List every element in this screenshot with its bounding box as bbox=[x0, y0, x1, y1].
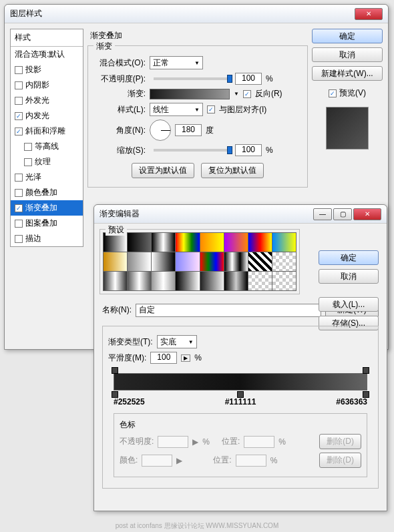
angle-control[interactable] bbox=[150, 119, 171, 141]
style-item-label: 外发光 bbox=[25, 95, 49, 106]
preset-swatch[interactable] bbox=[200, 272, 224, 290]
ok-button[interactable]: 确定 bbox=[312, 29, 383, 43]
set-default-button[interactable]: 设置为默认值 bbox=[132, 163, 194, 178]
align-checkbox[interactable] bbox=[207, 105, 215, 113]
preset-grid bbox=[103, 232, 297, 291]
grad-type-dropdown[interactable]: 实底 bbox=[157, 335, 197, 348]
checkbox-icon[interactable] bbox=[24, 143, 32, 151]
scale-label: 缩放(S): bbox=[93, 145, 146, 156]
style-item[interactable]: 内发光 bbox=[11, 108, 83, 123]
blend-options-item[interactable]: 混合选项:默认 bbox=[11, 47, 83, 62]
opacity-stop[interactable] bbox=[363, 367, 369, 374]
preset-swatch[interactable] bbox=[272, 233, 296, 252]
style-item[interactable]: 描边 bbox=[11, 231, 83, 246]
style-item[interactable]: 光泽 bbox=[11, 170, 83, 185]
preset-swatch[interactable] bbox=[224, 252, 248, 271]
opacity-stop[interactable] bbox=[112, 367, 118, 374]
footer-text: post at iconfans 思缘设计论坛 WWW.MISSYUAN.COM bbox=[0, 521, 394, 531]
checkbox-icon[interactable] bbox=[15, 81, 23, 89]
maximize-icon[interactable]: ▢ bbox=[333, 208, 352, 220]
preset-swatch[interactable] bbox=[176, 233, 199, 252]
style-item[interactable]: 渐变叠加 bbox=[11, 200, 83, 216]
close-icon[interactable]: ✕ bbox=[353, 208, 381, 220]
checkbox-icon[interactable] bbox=[24, 158, 32, 166]
preset-swatch[interactable] bbox=[128, 233, 151, 252]
angle-input[interactable]: 180 bbox=[175, 124, 202, 136]
color-stop[interactable] bbox=[112, 391, 118, 398]
close-icon[interactable]: ✕ bbox=[355, 8, 383, 20]
new-style-button[interactable]: 新建样式(W)... bbox=[312, 66, 383, 81]
reverse-checkbox[interactable] bbox=[243, 90, 251, 98]
checkbox-icon[interactable] bbox=[15, 220, 23, 228]
style-item[interactable]: 图案叠加 bbox=[11, 216, 83, 231]
style-item-label: 光泽 bbox=[25, 172, 41, 183]
preset-swatch[interactable] bbox=[152, 272, 175, 290]
checkbox-icon[interactable] bbox=[15, 112, 23, 120]
style-item[interactable]: 外发光 bbox=[11, 93, 83, 108]
style-item[interactable]: 等高线 bbox=[11, 139, 83, 154]
scale-input[interactable]: 100 bbox=[235, 144, 262, 156]
preset-swatch[interactable] bbox=[128, 272, 151, 290]
cancel-button[interactable]: 取消 bbox=[319, 269, 379, 284]
style-item[interactable]: 斜面和浮雕 bbox=[11, 123, 83, 139]
presets-fieldset: 预设 bbox=[100, 229, 300, 294]
preset-swatch[interactable] bbox=[104, 252, 127, 271]
checkbox-icon[interactable] bbox=[15, 189, 23, 197]
preset-swatch[interactable] bbox=[224, 272, 248, 290]
stops-fieldset: 色标 不透明度: ▶ % 位置: % 删除(D) 颜色: ▶ 位置: % 删除(… bbox=[114, 413, 367, 477]
style-item-label: 渐变叠加 bbox=[25, 202, 57, 214]
opacity-slider[interactable] bbox=[154, 77, 227, 80]
titlebar[interactable]: 图层样式 ✕ bbox=[5, 5, 388, 23]
style-item-label: 等高线 bbox=[35, 141, 59, 152]
style-item-label: 内发光 bbox=[25, 110, 49, 121]
checkbox-icon[interactable] bbox=[15, 204, 23, 212]
preset-swatch[interactable] bbox=[176, 272, 199, 290]
chevron-right-icon[interactable]: ▶ bbox=[181, 354, 190, 362]
color-stop[interactable] bbox=[237, 391, 244, 398]
smooth-input[interactable]: 100 bbox=[150, 352, 177, 364]
checkbox-icon[interactable] bbox=[15, 174, 23, 182]
preset-swatch[interactable] bbox=[152, 233, 175, 252]
style-item[interactable]: 投影 bbox=[11, 62, 83, 77]
preset-swatch[interactable] bbox=[272, 252, 296, 271]
style-item[interactable]: 纹理 bbox=[11, 154, 83, 170]
checkbox-icon[interactable] bbox=[15, 97, 23, 105]
gradient-editor-dialog: 渐变编辑器 — ▢ ✕ 预设 确定 取消 载入(L)... 存储(S)... 名… bbox=[93, 204, 387, 511]
preset-swatch[interactable] bbox=[248, 272, 272, 290]
preset-swatch[interactable] bbox=[176, 252, 199, 271]
gradient-edit-bar[interactable] bbox=[114, 373, 367, 390]
scale-slider[interactable] bbox=[154, 149, 227, 152]
minimize-icon[interactable]: — bbox=[313, 208, 332, 220]
stop-position-input bbox=[244, 436, 274, 448]
preset-swatch[interactable] bbox=[152, 252, 175, 271]
opacity-input[interactable]: 100 bbox=[235, 73, 262, 85]
preset-swatch[interactable] bbox=[248, 252, 272, 271]
preset-swatch[interactable] bbox=[128, 252, 151, 271]
load-button[interactable]: 载入(L)... bbox=[319, 297, 379, 312]
checkbox-icon[interactable] bbox=[15, 127, 23, 136]
preset-swatch[interactable] bbox=[104, 272, 127, 290]
checkbox-icon[interactable] bbox=[15, 235, 23, 243]
color-stop[interactable] bbox=[363, 391, 369, 398]
reset-default-button[interactable]: 复位为默认值 bbox=[201, 163, 264, 178]
style-item[interactable]: 内阴影 bbox=[11, 77, 83, 93]
style-item[interactable]: 颜色叠加 bbox=[11, 185, 83, 200]
style-dropdown[interactable]: 线性 bbox=[150, 103, 203, 116]
style-item-label: 颜色叠加 bbox=[25, 187, 57, 198]
styles-header[interactable]: 样式 bbox=[11, 29, 83, 47]
ok-button[interactable]: 确定 bbox=[319, 250, 379, 265]
preset-swatch[interactable] bbox=[200, 233, 224, 252]
preset-swatch[interactable] bbox=[272, 272, 296, 290]
titlebar[interactable]: 渐变编辑器 — ▢ ✕ bbox=[94, 205, 387, 224]
preset-swatch[interactable] bbox=[104, 233, 127, 252]
preset-swatch[interactable] bbox=[248, 233, 272, 252]
name-input[interactable]: 自定 bbox=[136, 304, 321, 317]
preset-swatch[interactable] bbox=[200, 252, 224, 271]
checkbox-icon[interactable] bbox=[15, 66, 23, 74]
cancel-button[interactable]: 取消 bbox=[312, 47, 383, 62]
blend-mode-dropdown[interactable]: 正常 bbox=[150, 56, 203, 69]
style-item-label: 斜面和浮雕 bbox=[25, 125, 65, 137]
preview-checkbox[interactable] bbox=[329, 89, 337, 97]
preset-swatch[interactable] bbox=[224, 233, 248, 252]
gradient-preview[interactable] bbox=[150, 89, 230, 99]
